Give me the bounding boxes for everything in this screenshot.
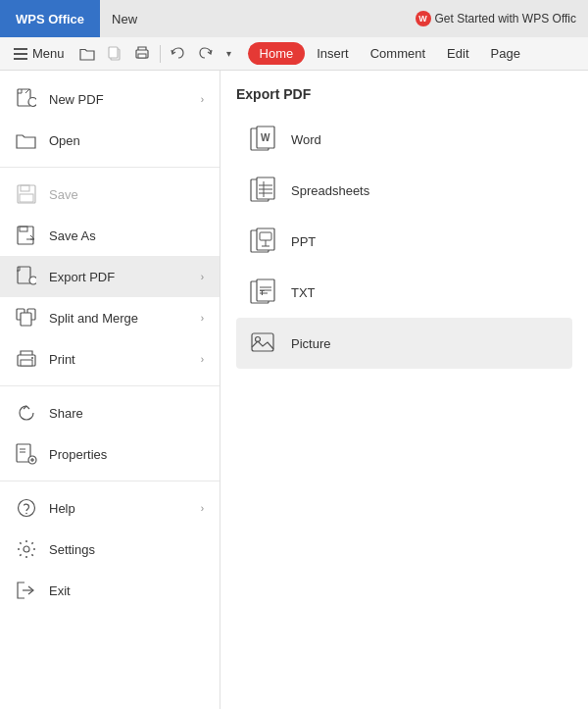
menu-divider-1 xyxy=(0,167,220,168)
get-started-tab: W Get Started with WPS Offic xyxy=(404,11,589,26)
svg-rect-21 xyxy=(21,360,32,366)
settings-icon xyxy=(16,538,37,560)
svg-rect-3 xyxy=(138,54,146,58)
spreadsheets-label: Spreadsheets xyxy=(291,183,369,198)
toolbar: Menu ▾ Home Insert Comment xyxy=(0,37,588,71)
txt-icon: T xyxy=(250,279,277,306)
menu-item-properties[interactable]: Properties xyxy=(0,433,220,475)
print-icon xyxy=(16,348,37,370)
save-as-icon xyxy=(16,225,37,246)
share-label: Share xyxy=(49,406,204,421)
svg-point-16 xyxy=(29,277,36,284)
tab-edit[interactable]: Edit xyxy=(437,42,478,65)
menu-item-share[interactable]: Share xyxy=(0,392,220,433)
submenu-item-word[interactable]: W Word xyxy=(236,114,572,165)
split-merge-arrow: › xyxy=(201,313,204,324)
menu-item-help[interactable]: Help › xyxy=(0,487,220,529)
hamburger-icon xyxy=(14,48,27,60)
right-panel: Export PDF W Word xyxy=(220,71,588,709)
left-menu: New PDF › Open Save xyxy=(0,71,220,709)
save-icon xyxy=(16,183,37,205)
svg-rect-1 xyxy=(109,47,118,58)
open-label: Open xyxy=(49,133,204,148)
nav-tabs: Home Insert Comment Edit Page xyxy=(248,42,530,65)
save-as-label: Save As xyxy=(49,228,204,243)
ppt-icon xyxy=(250,228,277,255)
menu-item-save[interactable]: Save xyxy=(0,174,220,215)
print-button[interactable] xyxy=(129,41,155,67)
svg-point-31 xyxy=(24,546,29,552)
help-arrow: › xyxy=(201,503,204,514)
svg-rect-13 xyxy=(20,227,27,231)
svg-rect-37 xyxy=(257,177,274,199)
picture-icon xyxy=(250,329,277,357)
menu-item-save-as[interactable]: Save As xyxy=(0,215,220,256)
wps-logo-button[interactable]: WPS Office xyxy=(0,0,100,37)
svg-rect-19 xyxy=(21,313,31,326)
export-pdf-label: Export PDF xyxy=(49,270,189,284)
redo-button[interactable] xyxy=(193,41,219,67)
undo-button[interactable] xyxy=(166,41,191,67)
help-icon xyxy=(16,497,37,519)
export-pdf-arrow: › xyxy=(201,272,204,282)
tab-insert[interactable]: Insert xyxy=(307,42,359,65)
split-merge-icon xyxy=(16,307,37,329)
svg-rect-53 xyxy=(252,333,273,351)
wps-red-icon: W xyxy=(416,11,431,26)
toolbar-separator xyxy=(160,45,161,63)
menu-divider-2 xyxy=(0,385,220,386)
properties-label: Properties xyxy=(49,447,204,462)
exit-icon xyxy=(16,580,37,601)
copy-button[interactable] xyxy=(102,41,127,67)
menu-item-export-pdf[interactable]: Export PDF › xyxy=(0,256,220,297)
svg-point-22 xyxy=(31,357,33,359)
menu-item-print[interactable]: Print › xyxy=(0,338,220,380)
open-icon xyxy=(16,129,37,151)
menu-item-new-pdf[interactable]: New PDF › xyxy=(0,78,220,120)
word-label: Word xyxy=(291,132,321,147)
menu-divider-3 xyxy=(0,481,220,481)
settings-label: Settings xyxy=(49,542,204,557)
spreadsheets-icon xyxy=(250,177,277,204)
menu-button[interactable]: Menu xyxy=(6,42,73,65)
svg-point-8 xyxy=(28,98,36,107)
tab-page[interactable]: Page xyxy=(481,42,530,65)
submenu-item-txt[interactable]: T TXT xyxy=(236,267,572,318)
help-label: Help xyxy=(49,501,189,516)
svg-point-30 xyxy=(25,513,27,515)
print-label: Print xyxy=(49,352,189,367)
submenu-item-ppt[interactable]: PPT xyxy=(236,216,572,267)
tab-comment[interactable]: Comment xyxy=(361,42,435,65)
menu-item-split-merge[interactable]: Split and Merge › xyxy=(0,297,220,338)
exit-label: Exit xyxy=(49,583,204,598)
toolbar-more-button[interactable]: ▾ xyxy=(220,41,238,67)
save-label: Save xyxy=(49,187,204,202)
share-icon xyxy=(16,402,37,424)
tab-home[interactable]: Home xyxy=(248,42,306,65)
main-content: New PDF › Open Save xyxy=(0,71,588,709)
open-folder-button[interactable] xyxy=(74,41,100,67)
print-arrow: › xyxy=(201,354,204,365)
export-pdf-icon xyxy=(16,266,37,287)
submenu-title: Export PDF xyxy=(236,82,572,106)
split-merge-label: Split and Merge xyxy=(49,311,189,326)
submenu-item-picture[interactable]: Picture xyxy=(236,318,572,369)
new-pdf-label: New PDF xyxy=(49,92,189,107)
title-bar: WPS Office New W Get Started with WPS Of… xyxy=(0,0,588,37)
new-tab-label: New xyxy=(100,12,149,26)
menu-item-open[interactable]: Open xyxy=(0,120,220,161)
menu-item-settings[interactable]: Settings xyxy=(0,529,220,570)
svg-rect-10 xyxy=(21,185,29,191)
txt-label: TXT xyxy=(291,285,316,300)
ppt-label: PPT xyxy=(291,234,316,249)
picture-label: Picture xyxy=(291,336,330,351)
menu-item-exit[interactable]: Exit xyxy=(0,570,220,611)
svg-text:W: W xyxy=(261,132,270,143)
word-icon: W xyxy=(250,126,277,153)
properties-icon xyxy=(16,443,37,465)
new-pdf-arrow: › xyxy=(201,94,204,105)
new-pdf-icon xyxy=(16,88,37,110)
submenu-item-spreadsheets[interactable]: Spreadsheets xyxy=(236,165,572,216)
svg-rect-11 xyxy=(20,194,33,202)
